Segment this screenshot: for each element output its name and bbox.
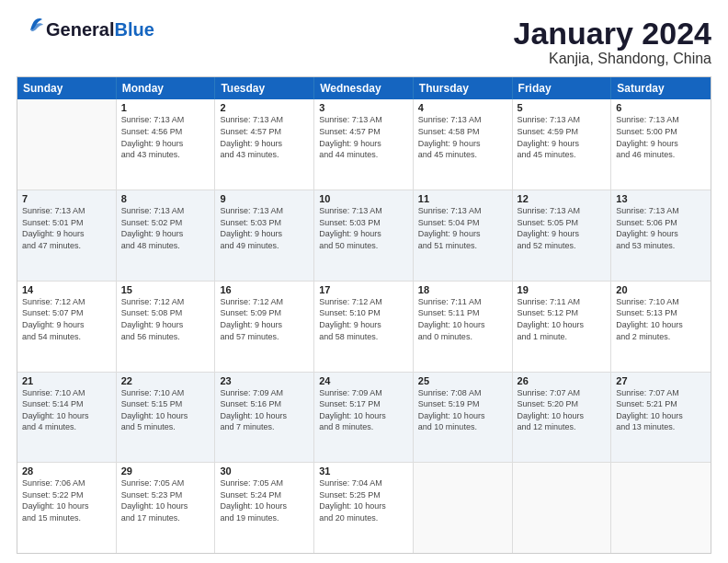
day-number: 23 bbox=[220, 375, 309, 386]
calendar-cell: 23Sunrise: 7:09 AM Sunset: 5:16 PM Dayli… bbox=[215, 373, 314, 463]
day-number: 15 bbox=[121, 284, 210, 295]
calendar-row: 14Sunrise: 7:12 AM Sunset: 5:07 PM Dayli… bbox=[17, 281, 711, 372]
day-info: Sunrise: 7:04 AM Sunset: 5:25 PM Dayligh… bbox=[319, 477, 408, 523]
day-info: Sunrise: 7:06 AM Sunset: 5:22 PM Dayligh… bbox=[22, 477, 111, 523]
header-monday: Monday bbox=[117, 77, 216, 99]
day-info: Sunrise: 7:13 AM Sunset: 4:57 PM Dayligh… bbox=[220, 114, 309, 160]
day-info: Sunrise: 7:13 AM Sunset: 5:03 PM Dayligh… bbox=[319, 205, 408, 251]
day-number: 8 bbox=[121, 193, 210, 204]
calendar-cell: 14Sunrise: 7:12 AM Sunset: 5:07 PM Dayli… bbox=[17, 282, 117, 372]
day-info: Sunrise: 7:13 AM Sunset: 5:05 PM Dayligh… bbox=[518, 205, 607, 251]
day-info: Sunrise: 7:09 AM Sunset: 5:17 PM Dayligh… bbox=[319, 387, 408, 433]
calendar-row: 21Sunrise: 7:10 AM Sunset: 5:14 PM Dayli… bbox=[17, 372, 711, 463]
logo: GeneralBlue bbox=[17, 17, 154, 42]
calendar-cell: 19Sunrise: 7:11 AM Sunset: 5:12 PM Dayli… bbox=[513, 282, 612, 372]
day-number: 1 bbox=[121, 102, 210, 113]
day-number: 28 bbox=[22, 465, 111, 477]
calendar-row: 28Sunrise: 7:06 AM Sunset: 5:22 PM Dayli… bbox=[17, 462, 711, 553]
day-number: 26 bbox=[518, 375, 607, 386]
day-number: 30 bbox=[220, 465, 309, 477]
calendar-cell bbox=[17, 99, 117, 190]
calendar-cell: 25Sunrise: 7:08 AM Sunset: 5:19 PM Dayli… bbox=[414, 373, 513, 463]
calendar-header: Sunday Monday Tuesday Wednesday Thursday… bbox=[17, 77, 711, 99]
calendar-cell: 2Sunrise: 7:13 AM Sunset: 4:57 PM Daylig… bbox=[215, 99, 314, 190]
logo-blue: Blue bbox=[114, 19, 154, 40]
calendar-row: 7Sunrise: 7:13 AM Sunset: 5:01 PM Daylig… bbox=[17, 190, 711, 281]
calendar-cell: 9Sunrise: 7:13 AM Sunset: 5:03 PM Daylig… bbox=[215, 190, 314, 281]
page: GeneralBlue January 2024 Kanjia, Shandon… bbox=[0, 0, 728, 563]
calendar-cell: 4Sunrise: 7:13 AM Sunset: 4:58 PM Daylig… bbox=[414, 99, 513, 190]
header-sunday: Sunday bbox=[17, 77, 117, 99]
day-number: 3 bbox=[319, 102, 408, 113]
day-number: 5 bbox=[518, 102, 607, 113]
header-wednesday: Wednesday bbox=[314, 77, 414, 99]
day-info: Sunrise: 7:13 AM Sunset: 5:00 PM Dayligh… bbox=[616, 114, 706, 160]
day-number: 22 bbox=[121, 375, 210, 386]
header-friday: Friday bbox=[513, 77, 612, 99]
day-info: Sunrise: 7:10 AM Sunset: 5:15 PM Dayligh… bbox=[121, 387, 210, 433]
day-number: 12 bbox=[518, 193, 607, 204]
calendar-cell: 31Sunrise: 7:04 AM Sunset: 5:25 PM Dayli… bbox=[314, 463, 414, 553]
day-info: Sunrise: 7:05 AM Sunset: 5:24 PM Dayligh… bbox=[220, 477, 309, 523]
day-info: Sunrise: 7:08 AM Sunset: 5:19 PM Dayligh… bbox=[418, 387, 507, 433]
calendar-cell: 7Sunrise: 7:13 AM Sunset: 5:01 PM Daylig… bbox=[17, 190, 117, 281]
day-number: 21 bbox=[22, 375, 111, 386]
day-number: 2 bbox=[220, 102, 309, 113]
day-number: 25 bbox=[418, 375, 507, 386]
day-number: 6 bbox=[616, 102, 706, 113]
calendar-cell: 26Sunrise: 7:07 AM Sunset: 5:20 PM Dayli… bbox=[513, 373, 612, 463]
calendar-cell: 18Sunrise: 7:11 AM Sunset: 5:11 PM Dayli… bbox=[414, 282, 513, 372]
day-number: 13 bbox=[616, 193, 706, 204]
day-info: Sunrise: 7:11 AM Sunset: 5:12 PM Dayligh… bbox=[518, 296, 607, 342]
day-info: Sunrise: 7:12 AM Sunset: 5:09 PM Dayligh… bbox=[220, 296, 309, 342]
calendar-cell: 15Sunrise: 7:12 AM Sunset: 5:08 PM Dayli… bbox=[117, 282, 216, 372]
day-number: 20 bbox=[616, 284, 706, 295]
calendar-cell: 29Sunrise: 7:05 AM Sunset: 5:23 PM Dayli… bbox=[117, 463, 216, 553]
logo-icon bbox=[17, 17, 44, 42]
calendar-cell: 3Sunrise: 7:13 AM Sunset: 4:57 PM Daylig… bbox=[314, 99, 414, 190]
day-info: Sunrise: 7:05 AM Sunset: 5:23 PM Dayligh… bbox=[121, 477, 210, 523]
day-number: 29 bbox=[121, 465, 210, 477]
calendar-body: 1Sunrise: 7:13 AM Sunset: 4:56 PM Daylig… bbox=[17, 99, 711, 553]
day-number: 4 bbox=[418, 102, 507, 113]
calendar-cell bbox=[513, 463, 612, 553]
day-number: 24 bbox=[319, 375, 408, 386]
day-number: 14 bbox=[22, 284, 111, 295]
calendar-cell: 24Sunrise: 7:09 AM Sunset: 5:17 PM Dayli… bbox=[314, 373, 414, 463]
calendar-cell: 28Sunrise: 7:06 AM Sunset: 5:22 PM Dayli… bbox=[17, 463, 117, 553]
day-info: Sunrise: 7:13 AM Sunset: 4:57 PM Dayligh… bbox=[319, 114, 408, 160]
calendar-cell: 20Sunrise: 7:10 AM Sunset: 5:13 PM Dayli… bbox=[611, 282, 711, 372]
day-number: 10 bbox=[319, 193, 408, 204]
day-info: Sunrise: 7:13 AM Sunset: 4:59 PM Dayligh… bbox=[518, 114, 607, 160]
day-number: 27 bbox=[616, 375, 706, 386]
day-info: Sunrise: 7:13 AM Sunset: 5:04 PM Dayligh… bbox=[418, 205, 507, 251]
header-tuesday: Tuesday bbox=[215, 77, 314, 99]
day-info: Sunrise: 7:13 AM Sunset: 4:56 PM Dayligh… bbox=[121, 114, 210, 160]
day-number: 9 bbox=[220, 193, 309, 204]
logo-general: General bbox=[46, 19, 114, 40]
calendar-cell: 8Sunrise: 7:13 AM Sunset: 5:02 PM Daylig… bbox=[117, 190, 216, 281]
day-info: Sunrise: 7:13 AM Sunset: 5:01 PM Dayligh… bbox=[22, 205, 111, 251]
day-number: 19 bbox=[518, 284, 607, 295]
calendar-cell: 1Sunrise: 7:13 AM Sunset: 4:56 PM Daylig… bbox=[117, 99, 216, 190]
calendar-cell bbox=[414, 463, 513, 553]
calendar-cell bbox=[611, 463, 711, 553]
day-info: Sunrise: 7:12 AM Sunset: 5:10 PM Dayligh… bbox=[319, 296, 408, 342]
header-saturday: Saturday bbox=[611, 77, 711, 99]
day-info: Sunrise: 7:13 AM Sunset: 5:06 PM Dayligh… bbox=[616, 205, 706, 251]
calendar-row: 1Sunrise: 7:13 AM Sunset: 4:56 PM Daylig… bbox=[17, 99, 711, 190]
day-number: 16 bbox=[220, 284, 309, 295]
day-info: Sunrise: 7:13 AM Sunset: 4:58 PM Dayligh… bbox=[418, 114, 507, 160]
calendar-cell: 12Sunrise: 7:13 AM Sunset: 5:05 PM Dayli… bbox=[513, 190, 612, 281]
calendar-cell: 22Sunrise: 7:10 AM Sunset: 5:15 PM Dayli… bbox=[117, 373, 216, 463]
day-info: Sunrise: 7:12 AM Sunset: 5:08 PM Dayligh… bbox=[121, 296, 210, 342]
day-info: Sunrise: 7:11 AM Sunset: 5:11 PM Dayligh… bbox=[418, 296, 507, 342]
day-info: Sunrise: 7:07 AM Sunset: 5:20 PM Dayligh… bbox=[518, 387, 607, 433]
calendar-cell: 17Sunrise: 7:12 AM Sunset: 5:10 PM Dayli… bbox=[314, 282, 414, 372]
day-number: 18 bbox=[418, 284, 507, 295]
calendar-cell: 6Sunrise: 7:13 AM Sunset: 5:00 PM Daylig… bbox=[611, 99, 711, 190]
calendar-subtitle: Kanjia, Shandong, China bbox=[514, 51, 712, 67]
calendar-cell: 30Sunrise: 7:05 AM Sunset: 5:24 PM Dayli… bbox=[215, 463, 314, 553]
calendar: Sunday Monday Tuesday Wednesday Thursday… bbox=[17, 76, 711, 554]
header-thursday: Thursday bbox=[414, 77, 513, 99]
